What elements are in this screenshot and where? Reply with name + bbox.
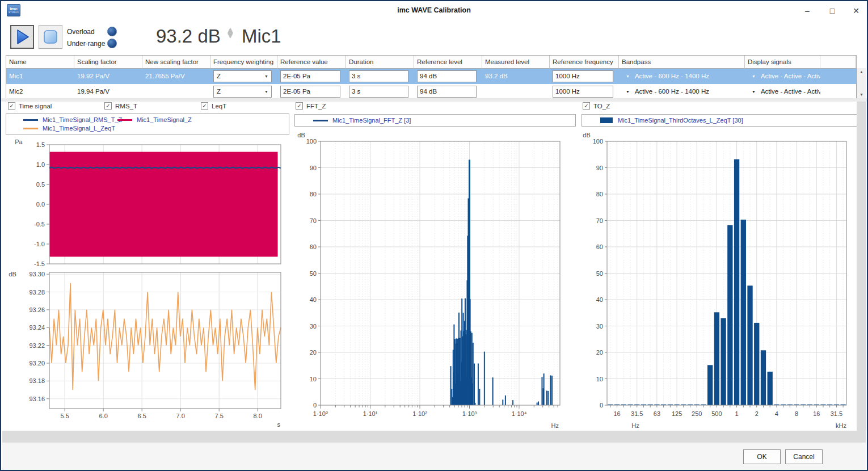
col-scaling-factor: Scaling factor — [74, 56, 142, 69]
bandpass-dropdown[interactable]: ▼ Active - 600 Hz - 1400 Hz — [619, 84, 745, 99]
frequency-weighting-value: Z — [217, 73, 221, 79]
start-measurement-button[interactable] — [10, 25, 34, 49]
title-bar: imc STUDIO imc WAVE Calibration – □ ✕ — [1, 1, 867, 20]
table-scrollbar[interactable]: ▲ ▼ — [857, 68, 866, 98]
checkbox-icon[interactable]: ✓ — [8, 102, 15, 110]
svg-text:60: 60 — [596, 243, 603, 250]
chevron-down-icon: ▼ — [752, 74, 756, 78]
legend-item: Mic1_TimeSignal_Z — [117, 116, 192, 123]
maximize-button[interactable]: □ — [823, 3, 842, 18]
svg-text:1.5: 1.5 — [36, 141, 45, 148]
overload-led — [107, 27, 117, 36]
svg-text:20: 20 — [596, 349, 603, 356]
svg-text:6.5: 6.5 — [138, 413, 146, 419]
reference-level-input[interactable] — [417, 70, 477, 82]
checkbox-label: LeqT — [212, 103, 226, 110]
checkbox-to-z[interactable]: ✓ TO_Z — [583, 102, 610, 110]
svg-text:0: 0 — [600, 402, 603, 409]
svg-text:90: 90 — [310, 165, 317, 171]
display-signals-dropdown[interactable]: ▼ Active - Active - Active — [745, 84, 820, 99]
svg-text:30: 30 — [310, 323, 317, 330]
scroll-down-icon[interactable]: ▼ — [857, 91, 866, 98]
legend-label: Mic1_TimeSignal_Z — [137, 116, 192, 123]
minimize-button[interactable]: – — [798, 3, 817, 18]
ok-button[interactable]: OK — [743, 449, 781, 464]
checkbox-icon[interactable]: ✓ — [104, 102, 112, 110]
legend-item: Mic1_TimeSignal_L_ZeqT — [23, 125, 115, 132]
col-reference-frequency: Reference frequency — [550, 56, 619, 69]
cell-scaling-factor: 19.94 Pa/V — [74, 84, 142, 99]
svg-text:50: 50 — [310, 270, 317, 277]
col-new-scaling-factor: New scaling factor — [142, 56, 210, 69]
reference-frequency-input[interactable] — [553, 70, 613, 82]
frequency-weighting-select[interactable]: Z ▼ — [213, 86, 272, 98]
close-button[interactable]: ✕ — [846, 3, 866, 18]
col-bandpass: Bandpass — [619, 56, 745, 69]
checkbox-fft-z[interactable]: ✓ FFT_Z — [296, 102, 326, 110]
cell-reference-level — [414, 84, 482, 99]
display-signals-value: Active - Active - Active — [761, 73, 820, 79]
overload-label: Overload — [67, 28, 95, 36]
window-title: imc WAVE Calibration — [1, 6, 867, 14]
svg-text:31.5: 31.5 — [631, 410, 643, 417]
checkbox-icon[interactable]: ✓ — [296, 102, 303, 110]
svg-text:93.30: 93.30 — [29, 271, 45, 277]
under-range-led — [107, 39, 117, 48]
svg-text:-1.5: -1.5 — [34, 260, 45, 267]
svg-text:125: 125 — [672, 410, 682, 417]
cell-name[interactable]: Mic1 — [6, 69, 74, 84]
display-signals-dropdown[interactable]: ▼ Active - Active - Active — [745, 69, 820, 84]
spinner-down-icon[interactable]: ▼ — [222, 32, 238, 37]
under-range-label: Under-range — [67, 40, 105, 48]
duration-input[interactable] — [349, 86, 408, 98]
col-measured-level: Measured level — [482, 56, 550, 69]
checkbox-icon[interactable]: ✓ — [583, 102, 590, 110]
cell-name[interactable]: Mic2 — [6, 84, 74, 99]
svg-text:5.5: 5.5 — [61, 413, 69, 419]
svg-text:50: 50 — [596, 270, 603, 277]
checkbox-time-signal[interactable]: ✓ Time signal — [8, 102, 52, 110]
svg-text:1·10²: 1·10² — [412, 410, 427, 417]
bandpass-dropdown[interactable]: ▼ Active - 600 Hz - 1400 Hz — [619, 69, 745, 84]
svg-text:93.20: 93.20 — [29, 360, 45, 367]
reference-level-input[interactable] — [417, 86, 477, 98]
svg-text:93.24: 93.24 — [29, 324, 45, 331]
frequency-weighting-select[interactable]: Z ▼ — [213, 70, 272, 82]
line-swatch — [23, 128, 38, 129]
cancel-button[interactable]: Cancel — [785, 449, 823, 464]
svg-text:93.28: 93.28 — [29, 289, 45, 296]
svg-text:1·10³: 1·10³ — [462, 410, 477, 417]
horizontal-scrollbar[interactable] — [2, 431, 866, 442]
svg-text:100: 100 — [306, 138, 317, 145]
svg-text:7.0: 7.0 — [176, 413, 185, 419]
svg-text:0: 0 — [313, 402, 317, 409]
reference-frequency-input[interactable] — [553, 86, 613, 98]
table-row-mic2[interactable]: Mic2 19.94 Pa/V Z ▼ ▼ Active - 600 Hz - … — [6, 84, 856, 99]
play-icon — [12, 27, 32, 47]
svg-text:20: 20 — [310, 349, 317, 356]
scroll-up-icon[interactable]: ▲ — [857, 68, 866, 75]
svg-text:30: 30 — [596, 323, 603, 330]
charts-vertical-scrollbar[interactable] — [857, 102, 866, 431]
box-swatch — [600, 117, 613, 123]
checkbox-icon[interactable]: ✓ — [201, 102, 208, 110]
close-icon: ✕ — [853, 6, 859, 15]
checkbox-leqt[interactable]: ✓ LeqT — [201, 102, 226, 110]
reference-value-input[interactable] — [280, 70, 340, 82]
reference-value-input[interactable] — [280, 86, 340, 98]
table-row-mic1[interactable]: Mic1 19.92 Pa/V 21.7655 Pa/V Z ▼ 93.2 dB… — [6, 69, 856, 84]
stop-icon — [41, 27, 60, 47]
cell-scaling-factor: 19.92 Pa/V — [74, 69, 142, 84]
to-chart-legend: Mic1_TimeSignal_ThirdOctaves_L_ZeqT [30] — [582, 114, 863, 127]
svg-text:8.0: 8.0 — [254, 413, 262, 419]
duration-input[interactable] — [349, 70, 408, 82]
svg-text:dB: dB — [297, 132, 305, 138]
svg-text:90: 90 — [596, 165, 603, 171]
col-duration: Duration — [346, 56, 414, 69]
legend-label: Mic1_TimeSignal_ThirdOctaves_L_ZeqT [30] — [618, 117, 743, 124]
chevron-down-icon: ▼ — [264, 74, 268, 78]
checkbox-rms-t[interactable]: ✓ RMS_T — [104, 102, 137, 110]
svg-text:Hz: Hz — [631, 422, 639, 429]
svg-text:70: 70 — [596, 217, 603, 224]
stop-measurement-button[interactable] — [39, 25, 62, 49]
